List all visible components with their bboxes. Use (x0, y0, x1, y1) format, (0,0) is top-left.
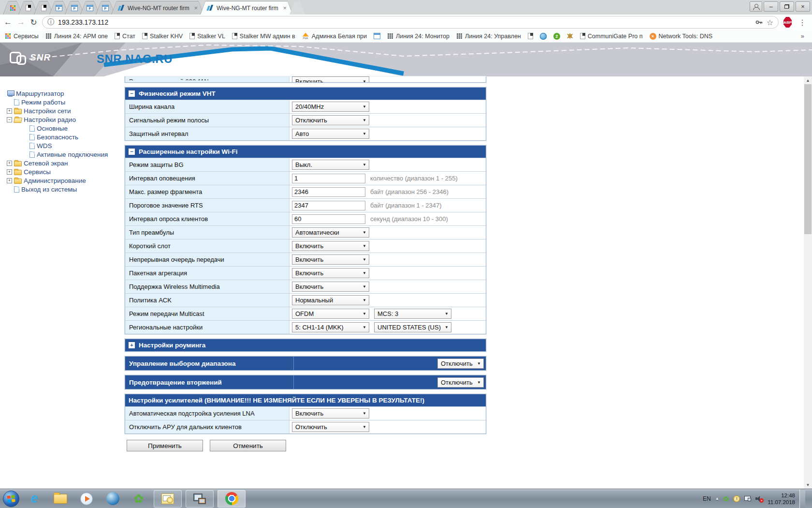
sidebar-item[interactable]: Выход из системы (6, 185, 121, 194)
taskbar-icq-button[interactable]: ✿ (128, 490, 150, 508)
hidden-icons-chevron[interactable]: ▲ (715, 496, 719, 501)
minimize-button[interactable]: – (764, 1, 778, 12)
sidebar-item[interactable]: +Сервисы (6, 167, 121, 176)
profile-button[interactable] (750, 1, 762, 12)
select-control[interactable]: 5: CH1-14 (MKK)▼ (292, 322, 369, 332)
taskbar-winbox-button[interactable] (102, 490, 124, 508)
select-control[interactable]: Выкл.▼ (292, 160, 369, 170)
select-control[interactable]: Отключить▼ (437, 377, 484, 388)
select-control[interactable]: Отключить▼ (292, 422, 369, 432)
bookmark-item[interactable]: PMAАдминка Белая при (302, 33, 367, 40)
tab-close-icon[interactable]: × (194, 5, 198, 11)
tree-expander-minus-icon[interactable]: − (7, 117, 12, 122)
new-tab-button[interactable] (289, 1, 305, 15)
select-control[interactable]: Отключить▼ (292, 82, 369, 83)
select-control[interactable]: 20/40MHz▼ (292, 102, 369, 112)
text-input[interactable]: 2346 (292, 187, 365, 197)
sidebar-item[interactable]: Режим работы (6, 98, 121, 106)
select-control[interactable]: Включить▼ (292, 268, 369, 278)
scroll-up-arrow[interactable]: ▲ (804, 76, 812, 84)
bookmark-item[interactable]: Стат (115, 33, 135, 40)
select-control-secondary[interactable]: MCS: 3▼ (374, 309, 451, 319)
clock[interactable]: 12:48 11.07.2018 (768, 492, 795, 506)
sidebar-item[interactable]: Безопасность (6, 133, 121, 141)
text-input[interactable]: 2347 (292, 201, 365, 210)
taskbar-ie-button[interactable]: e (23, 490, 45, 508)
tree-expander-plus-icon[interactable]: + (7, 178, 12, 183)
sidebar-item[interactable]: Основные (6, 124, 121, 133)
url-text[interactable]: 193.233.173.112 (58, 18, 751, 26)
browser-menu-icon[interactable]: ⋮ (797, 18, 808, 27)
tree-expander-plus-icon[interactable]: + (7, 161, 12, 166)
start-button[interactable] (3, 491, 19, 507)
select-control-secondary[interactable]: UNITED STATES (US)▼ (374, 322, 451, 332)
section-header[interactable]: −Физический режим VHT (125, 88, 486, 100)
outlook-tray-icon[interactable] (733, 495, 740, 502)
sidebar-item[interactable]: WDS (6, 141, 121, 150)
tree-expander-plus-icon[interactable]: + (7, 169, 12, 175)
text-input[interactable]: 1 (292, 174, 365, 183)
maximize-button[interactable] (780, 1, 794, 12)
network-tray-icon[interactable] (744, 496, 751, 501)
taskbar-net-button[interactable] (186, 490, 214, 508)
tab-active[interactable]: Wive-NG-MT router firm× (200, 1, 293, 15)
section-header[interactable]: +Настройки роуминга (125, 339, 486, 351)
collapse-minus-icon[interactable]: − (129, 90, 135, 97)
sidebar-item[interactable]: +Администрирование (6, 176, 121, 185)
sidebar-item[interactable]: Маршрутизатор (6, 89, 121, 98)
select-control[interactable]: OFDM▼ (292, 309, 369, 319)
bookmark-item[interactable] (567, 33, 573, 39)
close-button[interactable]: × (796, 1, 810, 12)
cancel-button[interactable]: Отменить (210, 440, 286, 451)
adblock-extension-icon[interactable]: ABP (783, 17, 792, 28)
page-scrollbar[interactable]: ▲ ▼ (804, 76, 812, 489)
section-header[interactable]: Настройки усилителей (ВНИМАНИЕ!!! НЕ ИЗМ… (125, 394, 486, 406)
select-control[interactable]: Нормальный▼ (292, 295, 369, 305)
section-header[interactable]: −Расширенные настройки Wi-Fi (125, 146, 486, 158)
select-control[interactable]: Включить▼ (292, 254, 369, 265)
snr-logo[interactable]: SNR (10, 50, 51, 65)
reload-button[interactable]: ↻ (30, 17, 37, 28)
bookmark-item[interactable]: 2 (553, 33, 560, 40)
select-control[interactable]: Автоматически▼ (292, 227, 369, 238)
show-desktop-button[interactable] (799, 489, 805, 508)
key-icon[interactable] (755, 18, 763, 26)
taskbar-folder-button[interactable] (49, 490, 72, 508)
collapse-minus-icon[interactable]: − (129, 149, 135, 155)
forward-button[interactable]: → (17, 17, 25, 27)
scroll-thumb[interactable] (804, 84, 812, 234)
taskbar-outlook-button[interactable] (154, 490, 182, 508)
select-control[interactable]: Включить▼ (292, 408, 369, 418)
bookmark-item[interactable]: Stalker VL (189, 33, 225, 40)
apply-button[interactable]: Применить (127, 440, 203, 451)
bookmark-item[interactable]: Линия 24: АРМ опе (45, 33, 108, 40)
text-input[interactable]: 60 (292, 214, 365, 224)
bookmark-item[interactable]: ×Network Tools: DNS (650, 33, 713, 40)
bookmark-star-icon[interactable]: ☆ (767, 18, 773, 27)
info-icon[interactable]: ⓘ (47, 18, 54, 27)
icq-tray-icon[interactable]: ✿ (724, 495, 729, 502)
sidebar-item[interactable]: −Настройки радио (6, 115, 121, 124)
taskbar-chrome-button[interactable] (218, 490, 246, 508)
language-indicator[interactable]: EN (703, 495, 711, 502)
bookmark-item[interactable]: CommuniGate Pro п (580, 33, 643, 40)
select-control[interactable]: Отключить▼ (292, 115, 369, 125)
tab-close-icon[interactable]: × (283, 5, 287, 11)
volume-muted-icon[interactable]: × (755, 495, 763, 502)
collapse-plus-icon[interactable]: + (129, 342, 135, 348)
bookmark-item[interactable]: Линия 24: Монитор (387, 33, 450, 40)
sidebar-item[interactable]: +Настройки сети (6, 106, 121, 115)
back-button[interactable]: ← (4, 17, 12, 27)
scroll-down-arrow[interactable]: ▼ (804, 481, 812, 489)
bookmark-item[interactable]: Линия 24: Управлен (456, 33, 521, 40)
bookmark-item[interactable]: Сервисы (5, 33, 39, 40)
bookmark-item[interactable]: Stalker KHV (142, 33, 183, 40)
sidebar-item[interactable]: +Сетевой экран (6, 159, 121, 167)
bookmark-item[interactable]: Stalker MW админ в (232, 33, 295, 40)
bookmark-item[interactable] (528, 33, 533, 39)
tab-inactive[interactable]: Wive-NG-MT router firm× (111, 1, 204, 15)
taskbar-wmp-button[interactable] (75, 490, 98, 508)
bookmarks-overflow-chevron[interactable]: » (801, 32, 807, 40)
select-control[interactable]: Отключить▼ (437, 359, 484, 369)
sidebar-item[interactable]: Активные подключения (6, 150, 121, 159)
